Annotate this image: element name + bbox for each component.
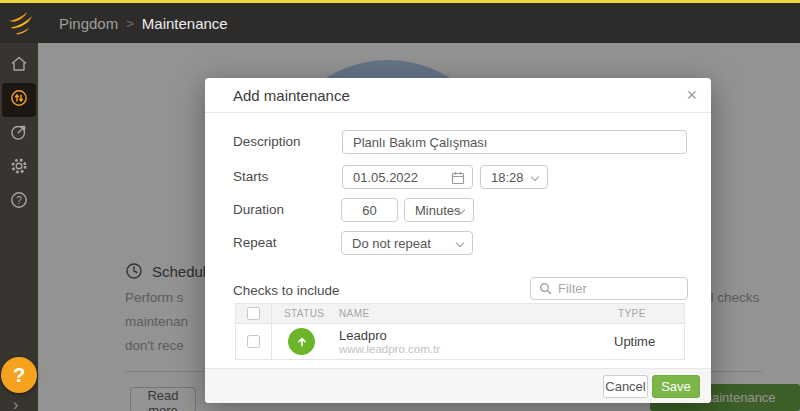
sidebar-item-home[interactable] (2, 49, 36, 83)
chevron-down-icon (531, 173, 539, 181)
breadcrumb-pingdom[interactable]: Pingdom (59, 15, 118, 32)
search-icon (539, 282, 552, 295)
modal-header: Add maintenance × (205, 78, 711, 113)
repeat-value: Do not repeat (352, 236, 431, 251)
home-icon (9, 54, 29, 78)
select-all-checkbox[interactable] (247, 307, 260, 320)
check-type: Uptime (614, 324, 655, 359)
duration-unit-value: Minutes (415, 203, 461, 218)
duration-label: Duration (233, 198, 284, 222)
starts-label: Starts (233, 165, 268, 189)
breadcrumb: Pingdom > Maintenance (59, 3, 228, 43)
checks-table: STATUS NAME TYPE Leadpro www.leadpro.com… (235, 303, 685, 360)
duration-unit-select[interactable]: Minutes (404, 198, 474, 222)
sidebar-item-help[interactable]: ? (2, 185, 36, 219)
sidebar-item-settings[interactable] (2, 151, 36, 185)
sidebar-item-visitor-insights[interactable] (2, 117, 36, 151)
start-time-value: 18:28 (491, 170, 524, 185)
close-icon[interactable]: × (686, 83, 697, 107)
table-header-row: STATUS NAME TYPE (236, 304, 684, 324)
status-column-header: STATUS (284, 304, 324, 324)
modal-title: Add maintenance (233, 78, 350, 114)
solarwinds-logo-icon[interactable] (8, 11, 34, 35)
table-row: Leadpro www.leadpro.com.tr Uptime (236, 324, 684, 359)
uptime-checks-icon (9, 88, 29, 112)
start-date-input[interactable]: 01.05.2022 (342, 165, 473, 189)
question-circle-icon: ? (9, 190, 29, 214)
start-date-value: 01.05.2022 (353, 170, 418, 185)
table-column-divider (271, 304, 272, 359)
add-maintenance-modal: Add maintenance × Description Starts 01.… (205, 78, 711, 403)
screen: Pingdom > Maintenance (0, 0, 800, 411)
sidebar-item-checks[interactable] (2, 83, 36, 117)
repeat-label: Repeat (233, 231, 277, 255)
breadcrumb-separator: > (126, 16, 134, 31)
save-button[interactable]: Save (652, 375, 700, 398)
checks-to-include-label: Checks to include (233, 279, 340, 303)
start-time-select[interactable]: 18:28 (480, 165, 548, 189)
row-checkbox[interactable] (247, 335, 260, 348)
sidebar-expand-chevron[interactable]: › (13, 396, 18, 411)
target-arrow-icon (9, 122, 29, 146)
gear-icon (9, 156, 29, 180)
duration-input[interactable] (341, 198, 398, 222)
help-fab-label: ? (13, 364, 25, 387)
modal-footer: Cancel Save (205, 368, 711, 403)
type-column-header: TYPE (618, 304, 646, 324)
topbar: Pingdom > Maintenance (0, 0, 800, 43)
status-up-icon (288, 328, 315, 355)
filter-input-wrap (530, 277, 688, 300)
chevron-down-icon (456, 239, 464, 247)
breadcrumb-maintenance: Maintenance (142, 15, 228, 32)
repeat-select[interactable]: Do not repeat (341, 231, 473, 255)
check-url: www.leadpro.com.tr (339, 343, 440, 355)
sidebar: ? ? › (0, 43, 38, 411)
svg-text:?: ? (16, 195, 22, 206)
calendar-icon (451, 171, 465, 185)
cancel-button[interactable]: Cancel (603, 375, 648, 398)
help-fab-button[interactable]: ? (1, 357, 37, 393)
name-column-header: NAME (339, 304, 370, 324)
description-input[interactable] (342, 130, 687, 154)
check-name[interactable]: Leadpro (339, 328, 387, 343)
description-label: Description (233, 130, 301, 154)
filter-input[interactable] (558, 281, 679, 296)
